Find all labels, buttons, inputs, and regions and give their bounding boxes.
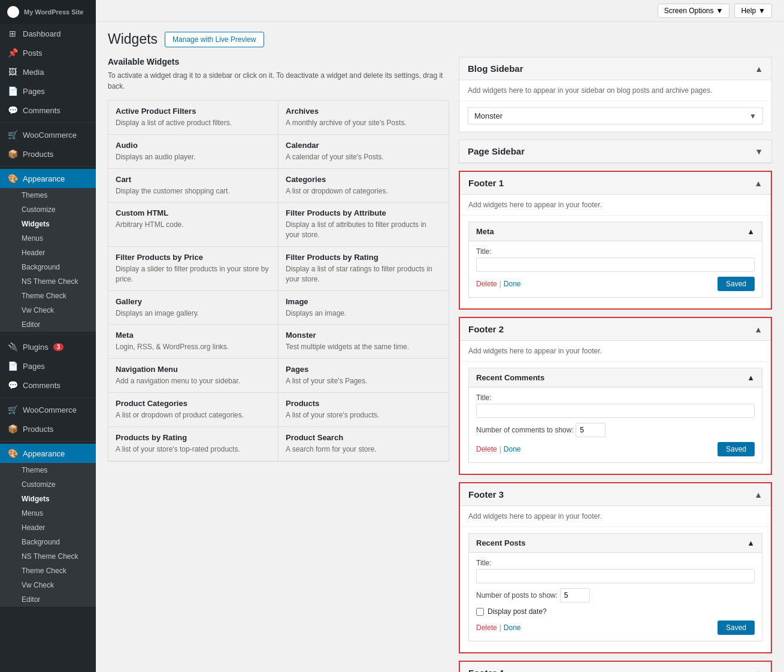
widget-desc: Display a list of star ratings to filter… xyxy=(286,264,441,284)
sidebar-item-woocommerce2[interactable]: 🛒 WooCommerce xyxy=(0,400,96,419)
sidebar-item-products2[interactable]: 📦 Products xyxy=(0,419,96,438)
footer1-meta-header[interactable]: Meta ▲ xyxy=(469,222,762,241)
page-sidebar-collapse-button[interactable]: ▼ xyxy=(755,147,763,156)
sidebar-sub2-background[interactable]: Background xyxy=(0,535,96,549)
footer3-done-link[interactable]: Done xyxy=(504,623,521,632)
sidebar-sub-header[interactable]: Header xyxy=(0,246,96,260)
list-item[interactable]: Image Displays an image. xyxy=(279,291,449,325)
sidebar-item-woocommerce[interactable]: 🛒 WooCommerce xyxy=(0,125,96,144)
sidebar-item-products[interactable]: 📦 Products xyxy=(0,144,96,164)
footer3-recent-posts-collapse-icon: ▲ xyxy=(747,538,755,547)
posts-icon: 📌 xyxy=(7,48,18,57)
sidebar-sub-widgets[interactable]: Widgets xyxy=(0,217,96,231)
list-item[interactable]: Archives A monthly archive of your site'… xyxy=(279,101,449,135)
live-preview-button[interactable]: Manage with Live Preview xyxy=(165,32,264,47)
footer2-delete-link[interactable]: Delete xyxy=(476,445,497,453)
page-sidebar-header: Page Sidebar ▼ xyxy=(459,140,771,163)
footer2-recent-comments-header[interactable]: Recent Comments ▲ xyxy=(469,368,762,387)
sidebar-sub-nsthemecheck[interactable]: NS Theme Check xyxy=(0,274,96,289)
footer1-done-link[interactable]: Done xyxy=(504,280,521,288)
help-button[interactable]: Help ▼ xyxy=(734,4,772,18)
footer4-collapse-button[interactable]: ▲ xyxy=(754,668,762,673)
sidebar-item-label: Appearance xyxy=(23,174,65,183)
widget-title: Gallery xyxy=(116,297,271,306)
footer3-title-input[interactable] xyxy=(476,569,755,583)
sidebar-sub2-customize[interactable]: Customize xyxy=(0,477,96,492)
footer2-num-input[interactable] xyxy=(576,423,606,437)
sidebar-item-appearance[interactable]: 🎨 Appearance xyxy=(0,169,96,188)
footer3-recent-posts-header[interactable]: Recent Posts ▲ xyxy=(469,534,762,552)
sidebar-sub2-header[interactable]: Header xyxy=(0,520,96,535)
sidebar-item-appearance2[interactable]: 🎨 Appearance xyxy=(0,444,96,463)
list-item[interactable]: Categories A list or dropdown of categor… xyxy=(279,169,449,203)
sidebar-sub2-editor[interactable]: Editor xyxy=(0,592,96,607)
sidebar-sub-background[interactable]: Background xyxy=(0,260,96,274)
sidebar-item-pages[interactable]: 📄 Pages xyxy=(0,81,96,101)
list-item[interactable]: Products by Rating A list of your store'… xyxy=(108,427,279,461)
sidebar-sub2-themes[interactable]: Themes xyxy=(0,463,96,477)
sidebar-item-posts[interactable]: 📌 Posts xyxy=(0,43,96,62)
footer3-delete-link[interactable]: Delete xyxy=(476,623,497,632)
list-item[interactable]: Custom HTML Arbitrary HTML code. xyxy=(108,202,279,247)
list-item[interactable]: Cart Display the customer shopping cart. xyxy=(108,169,279,203)
sidebar-item-dashboard[interactable]: ⊞ Dashboard xyxy=(0,24,96,43)
list-item[interactable]: Active Product Filters Display a list of… xyxy=(108,101,279,135)
list-item[interactable]: Product Categories A list or dropdown of… xyxy=(108,393,279,427)
screen-options-button[interactable]: Screen Options ▼ xyxy=(658,4,730,18)
footer2-done-link[interactable]: Done xyxy=(504,445,521,453)
products-icon: 📦 xyxy=(7,149,18,159)
footer3-saved-button[interactable]: Saved xyxy=(718,620,755,635)
sidebar-sub-editor[interactable]: Editor xyxy=(0,317,96,332)
sidebar-sub-vwcheck[interactable]: Vw Check xyxy=(0,303,96,317)
list-item[interactable]: Filter Products by Price Display a slide… xyxy=(108,247,279,291)
blog-sidebar-desc: Add widgets here to appear in your sideb… xyxy=(459,80,771,101)
screen-options-label: Screen Options xyxy=(664,7,714,15)
sidebar-item-label: Comments xyxy=(23,381,60,390)
sidebar-sub-menus[interactable]: Menus xyxy=(0,231,96,246)
sidebar-sub-themecheck[interactable]: Theme Check xyxy=(0,289,96,303)
list-item[interactable]: Gallery Displays an image gallery. xyxy=(108,291,279,325)
sidebar-sub2-menus[interactable]: Menus xyxy=(0,506,96,520)
content-grid: Available Widgets To activate a widget d… xyxy=(108,57,772,672)
footer1-collapse-button[interactable]: ▲ xyxy=(754,178,762,188)
list-item[interactable]: Calendar A calendar of your site's Posts… xyxy=(279,135,449,169)
list-item[interactable]: Monster Test multiple widgets at the sam… xyxy=(279,325,449,359)
monster-widget-collapsed[interactable]: Monster ▼ xyxy=(468,107,763,125)
list-item[interactable]: Filter Products by Rating Display a list… xyxy=(279,247,449,291)
footer3-date-checkbox[interactable] xyxy=(476,608,484,616)
list-item[interactable]: Pages A list of your site's Pages. xyxy=(279,359,449,393)
blog-sidebar-collapse-button[interactable]: ▲ xyxy=(755,64,763,74)
list-item[interactable]: Product Search A search form for your st… xyxy=(279,427,449,461)
list-item[interactable]: Navigation Menu Add a navigation menu to… xyxy=(108,359,279,393)
footer3-recent-posts-widget: Recent Posts ▲ Title: Number o xyxy=(468,533,762,641)
footer1-saved-button[interactable]: Saved xyxy=(718,277,755,291)
footer2-saved-button[interactable]: Saved xyxy=(718,442,755,456)
sidebar-item-label: Pages xyxy=(23,87,45,96)
sidebar-item-comments2[interactable]: 💬 Comments xyxy=(0,376,96,395)
footer3-widget-actions: Delete | Done Saved xyxy=(476,620,755,635)
list-item[interactable]: Audio Displays an audio player. xyxy=(108,135,279,169)
sidebar-sub2-nsthemecheck[interactable]: NS Theme Check xyxy=(0,549,96,564)
footer1-title-input[interactable] xyxy=(476,258,755,272)
sidebar-sub2-vwcheck[interactable]: Vw Check xyxy=(0,578,96,592)
help-label: Help xyxy=(741,7,756,15)
sidebar-item-media[interactable]: 🖼 Media xyxy=(0,62,96,81)
footer3-num-input[interactable] xyxy=(560,588,590,603)
footer2-title-input[interactable] xyxy=(476,404,755,418)
sidebar-sub2-widgets[interactable]: Widgets xyxy=(0,492,96,506)
footer3-collapse-button[interactable]: ▲ xyxy=(754,490,762,500)
sidebar-sub-themes[interactable]: Themes xyxy=(0,188,96,202)
sidebar-item-comments[interactable]: 💬 Comments xyxy=(0,101,96,120)
list-item[interactable]: Meta Login, RSS, & WordPress.org links. xyxy=(108,325,279,359)
footer1-meta-widget: Meta ▲ Title: xyxy=(468,222,762,298)
sidebar-sub2-themecheck[interactable]: Theme Check xyxy=(0,564,96,578)
footer1-delete-link[interactable]: Delete xyxy=(476,280,497,288)
footer3-date-label: Display post date? xyxy=(488,607,547,616)
blog-sidebar-header: Blog Sidebar ▲ xyxy=(459,57,771,80)
footer2-collapse-button[interactable]: ▲ xyxy=(754,325,762,334)
sidebar-sub-customize[interactable]: Customize xyxy=(0,202,96,217)
list-item[interactable]: Products A list of your store's products… xyxy=(279,393,449,427)
list-item[interactable]: Filter Products by Attribute Display a l… xyxy=(279,202,449,247)
sidebar-item-plugins[interactable]: 🔌 Plugins 3 xyxy=(0,337,96,356)
sidebar-item-pages2[interactable]: 📄 Pages xyxy=(0,356,96,376)
